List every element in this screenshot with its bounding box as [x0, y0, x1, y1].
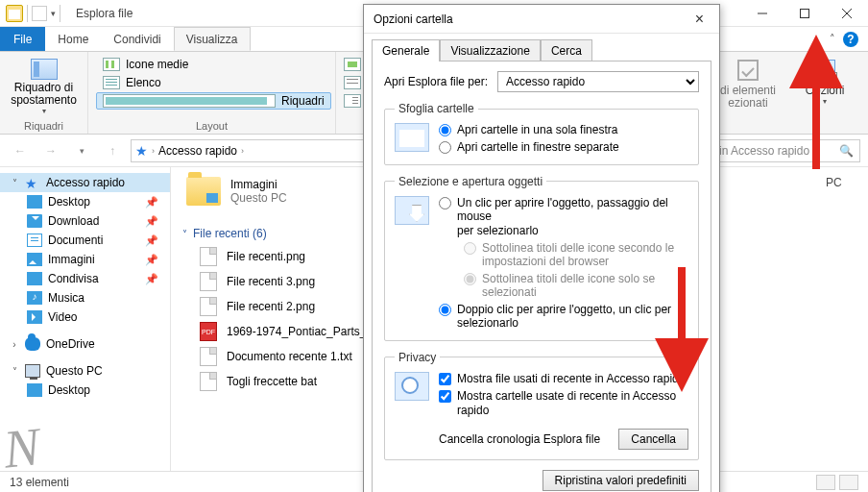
mus-icon: [27, 291, 42, 305]
img-icon: [27, 253, 42, 266]
browse-folders-group: Sfoglia cartelle Apri cartelle in una so…: [384, 102, 699, 165]
dialog-titlebar[interactable]: Opzioni cartella ×: [364, 5, 719, 34]
layout-list[interactable]: Elenco: [96, 74, 331, 91]
privacy-icon: [395, 372, 429, 401]
chevron-down-icon[interactable]: ▾: [823, 97, 827, 106]
expand-icon[interactable]: ˅: [10, 178, 19, 188]
item-count: 13 elementi: [10, 476, 69, 489]
nav-item-desktop[interactable]: Desktop📌: [0, 192, 170, 211]
file-icon: [200, 347, 217, 366]
file-tab[interactable]: File: [0, 27, 45, 51]
hide-selected-button: di elementiezionati: [714, 56, 782, 132]
nav-quick-access[interactable]: ˅ Accesso rapido: [0, 173, 170, 192]
maximize-button[interactable]: [784, 0, 826, 27]
dialog-tab-general[interactable]: Generale: [372, 39, 440, 62]
checkbox-recent-folders[interactable]: Mostra cartelle usate di recente in Acce…: [439, 389, 688, 417]
file-icon: [200, 247, 217, 266]
layout-tiles[interactable]: Riquadri: [96, 92, 331, 110]
nav-item-musica[interactable]: Musica: [0, 288, 170, 308]
onedrive-icon: [25, 337, 40, 351]
quick-access-toolbar: ▾: [0, 5, 66, 22]
search-input[interactable]: ca in Accesso rapido 🔍: [697, 139, 860, 162]
dialog-close-button[interactable]: ×: [689, 11, 710, 28]
tab-share[interactable]: Condividi: [101, 27, 173, 51]
file-icon: [200, 297, 217, 316]
file-icon: [200, 272, 217, 291]
dialog-tab-search[interactable]: Cerca: [541, 39, 592, 62]
navigation-pane-button[interactable]: Riquadro di spostamento ▾: [8, 56, 80, 118]
group-label-panes: Riquadri: [8, 118, 80, 132]
radio-double-click[interactable]: Doppio clic per aprire l'oggetto, un cli…: [439, 303, 688, 331]
pin-icon: 📌: [145, 273, 164, 285]
navigation-pane-icon: [31, 59, 58, 80]
desk-icon: [27, 195, 42, 209]
pin-icon: 📌: [145, 254, 164, 266]
layout-medium-icons[interactable]: Icone medie: [96, 56, 331, 73]
pin-icon: 📌: [145, 196, 164, 209]
radio-underline-browser: Sottolinea titoli delle icone secondo le…: [439, 241, 688, 268]
nav-this-pc[interactable]: ˅ Questo PC: [0, 361, 170, 381]
options-icon: [814, 60, 835, 81]
qat-dropdown-icon[interactable]: ▾: [51, 9, 56, 18]
nav-item-download[interactable]: Download📌: [0, 211, 170, 231]
browse-folders-icon: [395, 123, 429, 152]
dialog-title: Opzioni cartella: [374, 12, 453, 26]
restore-defaults-button[interactable]: Ripristina valori predefiniti: [542, 470, 699, 491]
tab-view[interactable]: Visualizza: [174, 27, 251, 51]
open-explorer-select[interactable]: Accesso rapido: [497, 71, 699, 92]
collapse-ribbon-icon[interactable]: ˄: [830, 33, 835, 45]
privacy-group: Privacy Mostra file usati di recente in …: [384, 351, 699, 460]
radio-new-window[interactable]: Apri cartelle in finestre separate: [439, 140, 688, 154]
svg-rect-1: [801, 9, 809, 17]
pin-icon: 📌: [145, 215, 164, 228]
folder-options-dialog: Opzioni cartella × Generale Visualizzazi…: [363, 4, 720, 492]
desktop-icon: [27, 383, 42, 397]
nav-item-video[interactable]: Video: [0, 308, 170, 327]
checkmark-icon: [737, 60, 759, 81]
checkbox-recent-files[interactable]: Mostra file usati di recente in Accesso …: [439, 372, 688, 385]
tile-immagini[interactable]: ImmaginiQuesto PC: [182, 173, 355, 209]
status-view-tiles-icon[interactable]: [839, 475, 858, 490]
nav-item-documenti[interactable]: Documenti📌: [0, 231, 170, 250]
nav-item-immagini[interactable]: Immagini📌: [0, 250, 170, 269]
history-dropdown-icon[interactable]: ▾: [69, 138, 94, 163]
radio-same-window[interactable]: Apri cartelle in una sola finestra: [439, 123, 688, 136]
pin-icon: 📌: [145, 234, 164, 247]
radio-single-click[interactable]: Un clic per aprire l'oggetto, passaggio …: [439, 196, 688, 237]
star-icon: [25, 176, 40, 189]
expand-icon[interactable]: ˅: [10, 366, 19, 377]
clear-history-label: Cancella cronologia Esplora file: [439, 432, 611, 446]
open-explorer-label: Apri Esplora file per:: [384, 75, 488, 88]
folder-icon: [186, 177, 221, 206]
dialog-tab-view[interactable]: Visualizzazione: [440, 39, 541, 62]
options-button[interactable]: Opzioni ▾: [791, 56, 858, 132]
status-view-details-icon[interactable]: [816, 475, 835, 490]
doc-icon: [27, 234, 42, 247]
collapse-icon[interactable]: ˅: [182, 229, 187, 239]
nav-onedrive[interactable]: › OneDrive: [0, 334, 170, 354]
radio-underline-hover: Sottolinea titoli delle icone solo se se…: [439, 272, 688, 299]
pc-icon: [25, 364, 40, 378]
nav-pc-desktop[interactable]: Desktop: [0, 381, 170, 400]
partial-label: PC: [826, 173, 868, 192]
share-icon: [27, 272, 42, 285]
quick-access-star-icon: ★: [135, 143, 148, 159]
clear-history-button[interactable]: Cancella: [618, 429, 688, 450]
chevron-right-icon[interactable]: ›: [241, 146, 244, 156]
forward-button[interactable]: →: [38, 138, 63, 163]
tab-home[interactable]: Home: [45, 27, 101, 51]
search-icon: 🔍: [839, 144, 854, 158]
help-icon[interactable]: ?: [843, 32, 858, 47]
minimize-button[interactable]: [741, 0, 784, 27]
breadcrumb-item[interactable]: Accesso rapido: [158, 144, 237, 158]
file-icon: [200, 322, 217, 341]
click-behavior-icon: [395, 196, 429, 225]
navigation-pane: ˅ Accesso rapido Desktop📌Download📌Docume…: [0, 167, 171, 471]
up-button[interactable]: ↑: [100, 138, 125, 163]
qat-btn[interactable]: [32, 6, 47, 21]
back-button[interactable]: ←: [8, 138, 33, 163]
nav-item-condivisa[interactable]: Condivisa📌: [0, 269, 170, 288]
expand-icon[interactable]: ›: [10, 339, 19, 350]
folder-icon: [6, 5, 23, 22]
close-button[interactable]: [826, 0, 868, 27]
